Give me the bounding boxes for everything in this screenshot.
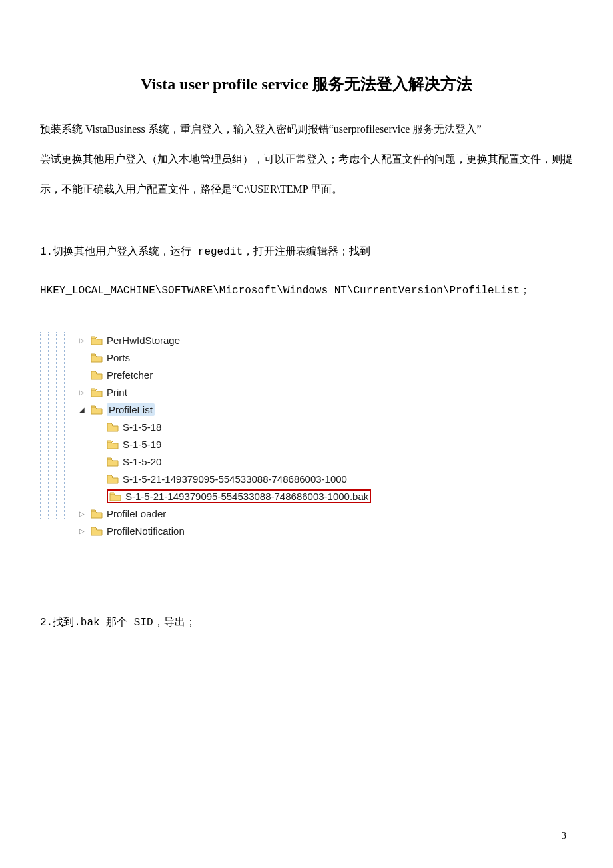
tree-node-highlighted[interactable]: S-1-5-21-149379095-554533088-748686003-1… (77, 488, 371, 505)
page-title: Vista user profile service 服务无法登入解决方法 (40, 73, 573, 95)
folder-icon (91, 405, 103, 415)
tree-node[interactable]: Prefetcher (77, 367, 371, 384)
tree-node[interactable]: Ports (77, 349, 371, 367)
chevron-right-icon[interactable]: ▷ (77, 527, 87, 535)
tree-label: S-1-5-18 (123, 421, 161, 433)
folder-icon (91, 371, 103, 380)
chevron-right-icon[interactable]: ▷ (77, 510, 87, 517)
guide-line (56, 332, 57, 519)
guide-line (64, 332, 65, 519)
tree-node[interactable]: ▷ PerHwIdStorage (77, 332, 371, 349)
tree-label: ProfileLoader (107, 508, 166, 519)
tree-label: ProfileNotification (107, 525, 185, 537)
page: Vista user profile service 服务无法登入解决方法 预装… (0, 0, 613, 868)
paragraph-intro-2: 尝试更换其他用户登入（加入本地管理员组），可以正常登入；考虑个人配置文件的问题，… (40, 145, 573, 205)
guide-line (48, 332, 49, 519)
tree-node[interactable]: S-1-5-21-149379095-554533088-748686003-1… (77, 471, 371, 488)
tree-node-expanded[interactable]: ◢ ProfileList (77, 401, 371, 419)
tree-label: S-1-5-21-149379095-554533088-748686003-1… (123, 473, 347, 485)
folder-icon (107, 440, 119, 449)
chevron-right-icon[interactable]: ▷ (77, 337, 87, 344)
tree-node[interactable]: ▷ ProfileNotification (77, 523, 371, 540)
registry-tree: ▷ PerHwIdStorage Ports Prefetcher (77, 332, 371, 540)
tree-label-selected: ProfileList (107, 403, 155, 416)
folder-icon (91, 336, 103, 345)
folder-icon (109, 492, 121, 501)
folder-icon (91, 388, 103, 397)
guide-line (40, 332, 41, 519)
tree-node[interactable]: S-1-5-20 (77, 453, 371, 471)
registry-tree-figure: ▷ PerHwIdStorage Ports Prefetcher (40, 332, 520, 519)
tree-node[interactable]: ▷ ProfileLoader (77, 505, 371, 523)
folder-icon (91, 509, 103, 519)
page-number: 3 (562, 830, 567, 841)
tree-label: Ports (107, 352, 130, 363)
tree-node[interactable]: S-1-5-18 (77, 419, 371, 436)
tree-label: Print (107, 387, 127, 398)
tree-label: S-1-5-19 (123, 439, 161, 450)
paragraph-intro-1: 预装系统 VistaBusiness 系统，重启登入，输入登入密码则报错“use… (40, 115, 573, 145)
folder-icon (91, 527, 103, 536)
chevron-down-icon[interactable]: ◢ (77, 406, 87, 413)
highlighted-sid-bak: S-1-5-21-149379095-554533088-748686003-1… (107, 489, 371, 503)
folder-icon (107, 423, 119, 432)
step-1-line-a: 1.切换其他用户登入系统，运行 regedit，打开注册表编辑器；找到 (40, 239, 573, 267)
step-2: 2.找到.bak 那个 SID，导出； (40, 609, 573, 637)
folder-icon (107, 475, 119, 484)
folder-icon (91, 353, 103, 363)
tree-label: PerHwIdStorage (107, 335, 180, 346)
spacer (40, 204, 573, 228)
tree-label: S-1-5-21-149379095-554533088-748686003-1… (125, 491, 368, 502)
tree-label: S-1-5-20 (123, 456, 161, 467)
chevron-right-icon[interactable]: ▷ (77, 389, 87, 396)
folder-icon (107, 457, 119, 467)
tree-label: Prefetcher (107, 369, 153, 381)
tree-node[interactable]: S-1-5-19 (77, 436, 371, 453)
step-1-line-b: HKEY_LOCAL_MACHINE\SOFTWARE\Microsoft\Wi… (40, 277, 573, 305)
tree-node[interactable]: ▷ Print (77, 384, 371, 401)
